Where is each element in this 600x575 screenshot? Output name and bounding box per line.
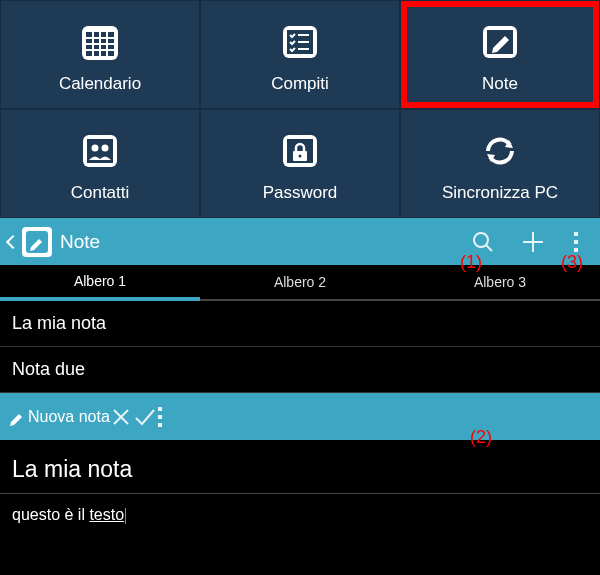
calendar-icon <box>74 16 126 68</box>
plus-icon <box>520 229 546 255</box>
tabs: Albero 1 Albero 2 Albero 3 <box>0 265 600 301</box>
toolbar-title: Nuova nota <box>28 408 110 426</box>
note-title: La mia nota <box>12 313 106 333</box>
check-icon <box>132 404 158 430</box>
note-list-toolbar: Note (1) (3) <box>0 218 600 265</box>
home-item-compiti[interactable]: Compiti <box>201 1 399 108</box>
cancel-button[interactable] <box>110 406 132 428</box>
home-item-label: Calendario <box>59 74 141 94</box>
home-item-label: Compiti <box>271 74 329 94</box>
list-item[interactable]: La mia nota <box>0 301 600 347</box>
svg-point-17 <box>92 144 99 151</box>
back-icon[interactable] <box>6 234 20 248</box>
note-icon <box>474 16 526 68</box>
search-icon <box>471 230 495 254</box>
text-cursor <box>125 508 126 524</box>
overflow-button[interactable] <box>158 407 194 427</box>
svg-line-25 <box>486 245 492 251</box>
note-app-icon[interactable] <box>6 406 28 428</box>
tab-albero-2[interactable]: Albero 2 <box>200 265 400 301</box>
svg-point-22 <box>299 154 302 157</box>
home-grid: Calendario Compiti Note Contatti Passwor… <box>0 0 600 218</box>
body-text-underlined: testo <box>89 506 124 523</box>
home-item-note[interactable]: Note <box>401 1 599 108</box>
home-item-label: Password <box>263 183 338 203</box>
overflow-icon <box>574 232 578 252</box>
tab-albero-3[interactable]: Albero 3 <box>400 265 600 301</box>
note-list: La mia nota Nota due <box>0 301 600 393</box>
close-icon <box>110 406 132 428</box>
home-item-label: Sincronizza PC <box>442 183 558 203</box>
overflow-button[interactable] <box>558 218 594 265</box>
home-item-password[interactable]: Password <box>201 110 399 217</box>
overflow-icon <box>158 407 194 427</box>
tab-label: Albero 2 <box>274 274 326 290</box>
home-item-sincronizza[interactable]: Sincronizza PC <box>401 110 599 217</box>
home-item-contatti[interactable]: Contatti <box>1 110 199 217</box>
body-text-plain: questo è il <box>12 506 89 523</box>
add-button[interactable] <box>508 218 558 265</box>
toolbar-title: Note <box>60 231 458 253</box>
home-item-label: Note <box>482 74 518 94</box>
list-item[interactable]: Nota due <box>0 347 600 393</box>
tab-albero-1[interactable]: Albero 1 <box>0 265 200 301</box>
tasks-icon <box>274 16 326 68</box>
confirm-button[interactable] <box>132 404 158 430</box>
note-body-input[interactable]: questo è il testo <box>0 494 600 536</box>
note-app-icon[interactable] <box>22 227 52 257</box>
home-item-calendario[interactable]: Calendario <box>1 1 199 108</box>
sync-icon <box>474 125 526 177</box>
contacts-icon <box>74 125 126 177</box>
note-title-input[interactable] <box>0 440 600 494</box>
note-edit-toolbar: Nuova nota (2) <box>0 393 600 440</box>
svg-point-18 <box>102 144 109 151</box>
note-editor: questo è il testo <box>0 440 600 536</box>
tab-label: Albero 3 <box>474 274 526 290</box>
password-icon <box>274 125 326 177</box>
search-button[interactable] <box>458 218 508 265</box>
svg-point-24 <box>474 233 488 247</box>
note-title: Nota due <box>12 359 85 379</box>
home-item-label: Contatti <box>71 183 130 203</box>
tab-label: Albero 1 <box>74 273 126 289</box>
